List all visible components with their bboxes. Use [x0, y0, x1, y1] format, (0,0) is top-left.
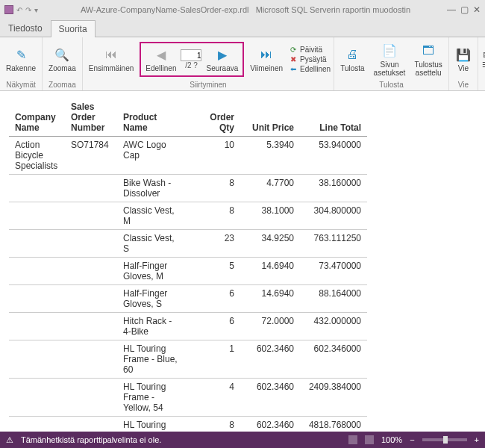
minimize-icon[interactable]: —: [447, 4, 456, 15]
print-layout-button[interactable]: 🗔Tulostus asettelu: [411, 41, 445, 78]
cell-company: [9, 230, 65, 258]
app-icon: [4, 5, 13, 14]
cell-total: 73.470000: [300, 258, 367, 285]
export-icon: 💾: [455, 46, 472, 63]
col-price: Unit Price: [240, 99, 300, 137]
cell-company: [9, 285, 65, 313]
cell-product: Classic Vest, M: [117, 202, 188, 230]
cell-qty: 4: [188, 379, 240, 417]
docmap-icon: 🗎: [481, 50, 485, 59]
table-row: HL Touring Frame - Blue, 601602.3460602.…: [9, 340, 367, 379]
cell-so: [65, 230, 117, 258]
status-warning-icon: ⚠: [6, 435, 13, 445]
back-button[interactable]: ⬅Edellinen: [289, 65, 331, 74]
cell-company: [9, 175, 65, 202]
page-setup-icon: 📄: [381, 43, 398, 59]
col-total: Line Total: [300, 99, 367, 137]
page-setup-button[interactable]: 📄Sivun asetukset: [371, 41, 409, 78]
cell-price: 602.3460: [240, 379, 300, 417]
cell-company: [9, 379, 65, 417]
design-button[interactable]: ✎ Rakenne: [3, 45, 39, 74]
view-mode-icon[interactable]: [348, 435, 357, 444]
next-page-button[interactable]: ▶ Seuraava: [203, 45, 241, 74]
table-row: Classic Vest, M838.1000304.800000: [9, 202, 367, 230]
cell-total: 763.111250: [300, 230, 367, 258]
cell-qty: 6: [188, 285, 240, 313]
cell-product: HL Touring Frame - Yellow, 54: [117, 379, 188, 417]
cell-company: [9, 202, 65, 230]
tab-run[interactable]: Suorita: [51, 20, 96, 37]
cell-price: 5.3940: [240, 137, 300, 175]
last-page-button[interactable]: ⏭ Viimeinen: [247, 45, 286, 74]
cell-qty: 1: [188, 340, 240, 379]
col-so: Sales Order Number: [65, 99, 117, 137]
export-button[interactable]: 💾Vie: [452, 45, 475, 74]
tab-file[interactable]: Tiedosto: [0, 19, 51, 37]
table-row: Action Bicycle SpecialistsSO71784AWC Log…: [9, 137, 367, 175]
cell-qty: 8: [188, 202, 240, 230]
cell-price: 602.3460: [240, 340, 300, 379]
redo-icon[interactable]: ↷: [25, 6, 31, 14]
ribbon-tabs: Tiedosto Suorita: [0, 19, 485, 37]
col-company: Company Name: [9, 99, 65, 137]
params-button[interactable]: ☰Parametrit: [481, 60, 485, 69]
first-page-icon: ⏮: [103, 46, 119, 63]
cell-qty: 8: [188, 417, 240, 432]
first-page-button[interactable]: ⏮ Ensimmäinen: [86, 45, 137, 74]
cell-product: AWC Logo Cap: [117, 137, 188, 175]
prev-page-button[interactable]: ◀ Edellinen: [143, 45, 179, 74]
refresh-button[interactable]: ⟳Päivitä: [289, 46, 331, 55]
cell-product: Classic Vest, S: [117, 230, 188, 258]
cell-product: HL Touring Frame - Blue, 60: [117, 340, 188, 379]
design-icon: ✎: [13, 46, 29, 63]
cell-price: 14.6940: [240, 285, 300, 313]
cell-price: 602.3460: [240, 417, 300, 432]
cell-total: 304.800000: [300, 202, 367, 230]
statusbar: ⚠ Tämänhetkistä raporttipalvelinta ei ol…: [0, 432, 485, 448]
col-product: Product Name: [117, 99, 188, 137]
zoom-in-button[interactable]: +: [475, 435, 479, 444]
next-page-icon: ▶: [214, 46, 231, 63]
params-icon: ☰: [481, 60, 485, 69]
zoom-button[interactable]: 🔍 Zoomaa: [46, 45, 79, 74]
maximize-icon[interactable]: ▢: [460, 4, 469, 15]
report-viewer[interactable]: Company Name Sales Order Number Product …: [0, 91, 485, 432]
cell-product: Bike Wash - Dissolver: [117, 175, 188, 202]
cell-so: [65, 313, 117, 340]
cell-so: [65, 417, 117, 432]
close-icon[interactable]: ✕: [473, 4, 481, 15]
cell-price: 72.0000: [240, 313, 300, 340]
cell-qty: 8: [188, 175, 240, 202]
report-table: Company Name Sales Order Number Product …: [9, 99, 367, 432]
cell-product: Half-Finger Gloves, M: [117, 258, 188, 285]
cell-company: [9, 417, 65, 432]
cell-qty: 23: [188, 230, 240, 258]
zoom-value: 100%: [381, 435, 402, 444]
table-row: HL Touring Frame - Yellow, 608602.346048…: [9, 417, 367, 432]
cell-product: Half-Finger Gloves, S: [117, 285, 188, 313]
page-input[interactable]: [181, 49, 201, 61]
page-nav-highlight: ◀ Edellinen /2 ? ▶ Seuraava: [140, 42, 244, 77]
ribbon: ✎ Rakenne Näkymät 🔍 Zoomaa Zoomaa ⏮ Ensi…: [0, 37, 485, 91]
cell-price: 34.9250: [240, 230, 300, 258]
cell-so: [65, 340, 117, 379]
zoom-out-button[interactable]: −: [410, 435, 414, 444]
undo-icon[interactable]: ↶: [16, 6, 22, 14]
cell-price: 14.6940: [240, 258, 300, 285]
zoom-slider[interactable]: [422, 438, 467, 441]
cell-qty: 10: [188, 137, 240, 175]
table-row: Half-Finger Gloves, S614.694088.164000: [9, 285, 367, 313]
print-button[interactable]: 🖨Tulosta: [337, 45, 367, 74]
cell-qty: 6: [188, 313, 240, 340]
cell-qty: 5: [188, 258, 240, 285]
view-mode-icon-2[interactable]: [365, 435, 374, 444]
table-row: Bike Wash - Dissolver84.770038.160000: [9, 175, 367, 202]
qa-dropdown-icon[interactable]: ▾: [34, 6, 38, 14]
stop-button[interactable]: ✖Pysäytä: [289, 55, 331, 64]
cell-total: 38.160000: [300, 175, 367, 202]
cell-so: SO71784: [65, 137, 117, 175]
docmap-button[interactable]: 🗎Tiedostokartta: [481, 50, 485, 59]
status-message: Tämänhetkistä raporttipalvelinta ei ole.: [21, 435, 161, 444]
cell-total: 2409.384000: [300, 379, 367, 417]
col-qty: Order Qty: [188, 99, 240, 137]
